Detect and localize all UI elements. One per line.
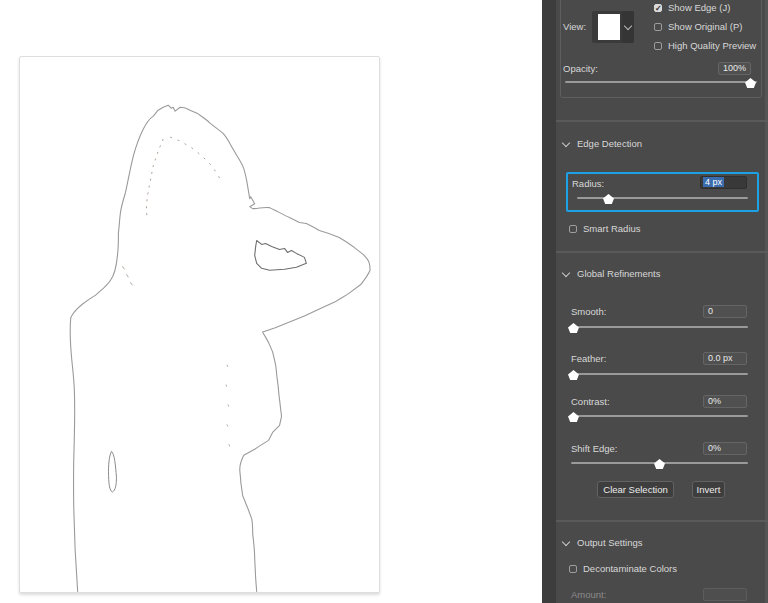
amount-value-field (703, 588, 747, 601)
feather-value-field[interactable]: 0.0 px (703, 352, 747, 365)
shift-edge-slider-thumb[interactable] (654, 459, 665, 469)
clear-selection-button[interactable]: Clear Selection (597, 481, 674, 498)
decontaminate-colors-checkbox[interactable] (569, 565, 577, 573)
show-original-checkbox[interactable] (654, 23, 662, 31)
smooth-slider-track[interactable] (571, 326, 748, 328)
decontaminate-colors-label: Decontaminate Colors (583, 563, 677, 574)
radius-label: Radius: (572, 178, 604, 189)
edge-detection-header[interactable]: Edge Detection (563, 138, 642, 149)
global-refinements-header[interactable]: Global Refinements (563, 268, 660, 279)
show-edge-checkbox[interactable]: ✓ (654, 4, 662, 12)
hand-gap-path (255, 240, 307, 270)
chevron-down-icon (562, 268, 570, 276)
output-settings-header[interactable]: Output Settings (563, 537, 642, 548)
chevron-down-icon (562, 537, 570, 545)
smart-radius-label: Smart Radius (583, 223, 641, 234)
invert-button-label: Invert (697, 484, 721, 495)
view-label: View: (563, 21, 586, 32)
smooth-label: Smooth: (571, 306, 606, 317)
smart-radius-checkbox[interactable] (569, 225, 577, 233)
chevron-down-icon (562, 138, 570, 146)
panel-gutter (542, 0, 556, 603)
smooth-value-field[interactable]: 0 (703, 305, 747, 318)
amount-label: Amount: (571, 589, 606, 600)
hairline-dashed-left (146, 139, 163, 219)
edge-outline-sketch (20, 57, 379, 592)
feather-label: Feather: (571, 353, 606, 364)
radius-slider-track[interactable] (577, 197, 748, 199)
shift-edge-value-field[interactable]: 0% (703, 442, 747, 455)
view-mode-dropdown[interactable] (592, 11, 634, 43)
edge-preview-canvas[interactable] (19, 56, 380, 593)
invert-button[interactable]: Invert (692, 481, 725, 498)
opacity-label: Opacity: (563, 63, 598, 74)
show-edge-row: ✓ Show Edge (J) (654, 2, 730, 13)
view-mode-thumbnail (598, 14, 620, 40)
smooth-slider-thumb[interactable] (568, 323, 579, 333)
contrast-label: Contrast: (571, 396, 610, 407)
section-divider (556, 520, 768, 522)
stray-edge-dots (122, 266, 229, 446)
refine-edge-properties-panel: View: ✓ Show Edge (J) Show Original (P) … (556, 0, 768, 603)
figure-outline-path (70, 105, 370, 591)
high-quality-preview-label: High Quality Preview (668, 40, 756, 51)
feather-slider-thumb[interactable] (568, 370, 579, 380)
shift-edge-label: Shift Edge: (571, 443, 617, 454)
high-quality-preview-row: High Quality Preview (654, 40, 756, 51)
clear-selection-button-label: Clear Selection (603, 484, 667, 495)
global-refinements-title: Global Refinements (577, 268, 660, 279)
check-icon: ✓ (655, 4, 662, 13)
decontaminate-colors-row: Decontaminate Colors (569, 563, 677, 574)
show-original-row: Show Original (P) (654, 21, 742, 32)
show-edge-label: Show Edge (J) (668, 2, 730, 13)
armpit-gap-path (109, 451, 117, 492)
hairline-dashed-right (170, 137, 222, 183)
edge-detection-title: Edge Detection (577, 138, 642, 149)
opacity-value-field[interactable]: 100% (718, 62, 751, 75)
smart-radius-row: Smart Radius (569, 223, 641, 234)
contrast-slider-track[interactable] (571, 415, 748, 417)
contrast-value-field[interactable]: 0% (703, 395, 747, 408)
section-divider (556, 251, 768, 253)
chevron-down-icon (624, 22, 632, 30)
feather-slider-track[interactable] (571, 373, 748, 375)
select-and-mask-workspace: View: ✓ Show Edge (J) Show Original (P) … (0, 0, 768, 603)
high-quality-preview-checkbox[interactable] (654, 42, 662, 50)
opacity-slider-track[interactable] (565, 81, 757, 83)
radius-value-field[interactable]: 4 px (700, 176, 747, 189)
contrast-slider-thumb[interactable] (568, 412, 579, 422)
view-dropdown-button[interactable] (622, 11, 634, 43)
output-settings-title: Output Settings (577, 537, 642, 548)
radius-selected-text: 4 px (703, 177, 724, 187)
section-divider (556, 120, 768, 122)
show-original-label: Show Original (P) (668, 21, 742, 32)
